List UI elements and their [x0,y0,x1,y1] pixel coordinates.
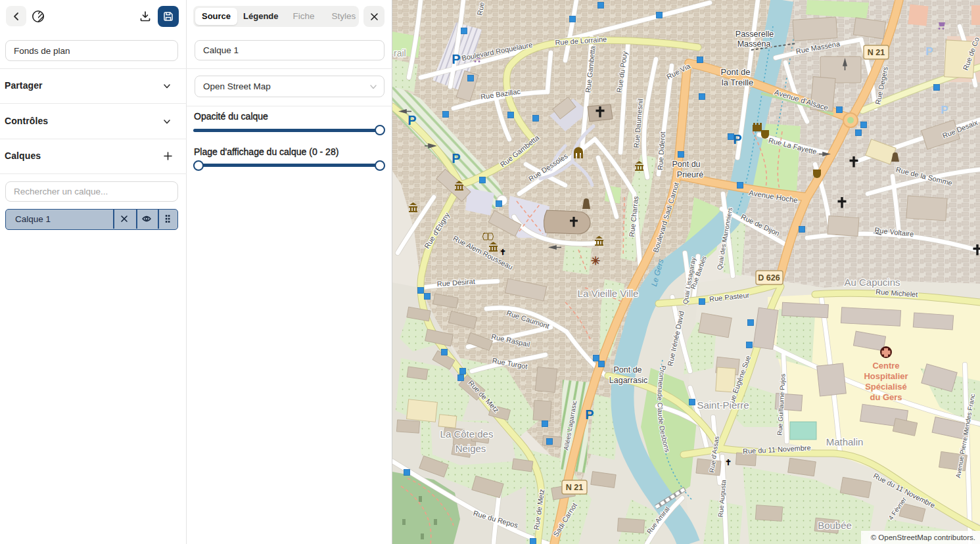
svg-text:Saint-Pierre: Saint-Pierre [697,399,749,411]
svg-text:Pont de: Pont de [613,365,642,374]
svg-text:Centre: Centre [872,361,899,371]
svg-text:P: P [452,151,460,166]
svg-text:Passerelle: Passerelle [735,30,774,39]
svg-text:P: P [733,132,741,147]
svg-text:Prieuré: Prieuré [677,170,703,179]
svg-text:D 626: D 626 [758,273,780,283]
svg-text:P: P [452,52,460,66]
svg-text:Au Capucins: Au Capucins [844,277,900,288]
svg-text:la Treille: la Treille [722,78,753,87]
svg-text:Lagarrasic: Lagarrasic [609,376,647,385]
svg-text:N 21: N 21 [868,48,885,57]
svg-text:du Gers: du Gers [870,392,902,402]
svg-text:Neiges: Neiges [455,443,486,454]
svg-text:Spécialisé: Spécialisé [865,382,907,392]
svg-text:Mathalin: Mathalin [826,436,864,447]
svg-text:P: P [408,113,416,127]
svg-text:P: P [585,407,594,422]
svg-text:✳: ✳ [591,255,600,267]
svg-text:P: P [925,45,933,58]
svg-text:rail: rail [394,48,406,58]
svg-text:P: P [941,104,948,116]
svg-text:✝: ✝ [500,248,506,257]
svg-text:Masséna: Masséna [737,39,771,49]
svg-text:La Vieille Ville: La Vieille Ville [578,288,639,299]
svg-text:✝: ✝ [725,458,732,467]
svg-text:Hospitalier: Hospitalier [864,371,908,381]
svg-text:Boubée: Boubée [818,520,852,531]
svg-text:© OpenStreetMap contributors.: © OpenStreetMap contributors. [871,533,975,541]
svg-text:Pont du: Pont du [672,160,700,169]
svg-text:N 21: N 21 [566,483,583,492]
svg-text:La Côte des: La Côte des [440,428,494,440]
svg-text:Pont de: Pont de [721,67,751,77]
